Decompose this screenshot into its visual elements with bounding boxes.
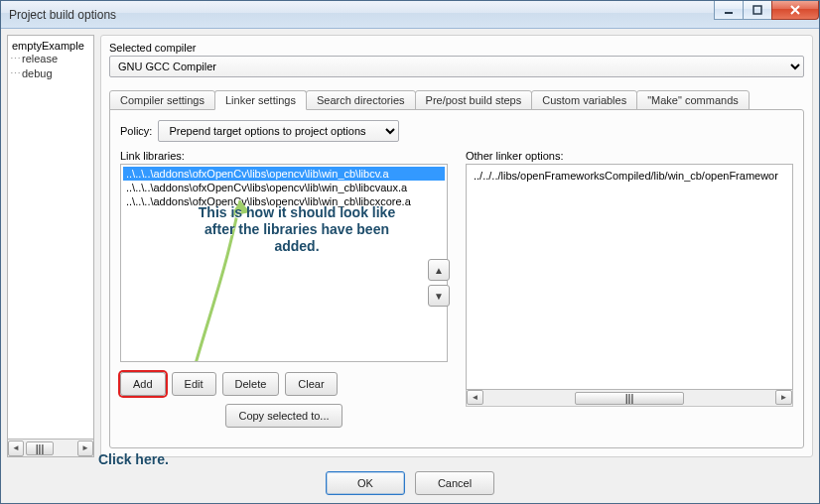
selected-compiler-label: Selected compiler xyxy=(109,42,804,54)
link-libraries-label: Link libraries: xyxy=(120,150,448,162)
scroll-thumb[interactable]: ||| xyxy=(26,441,54,455)
target-sidebar: emptyExample release debug ◄ ||| ► xyxy=(7,35,94,457)
policy-select[interactable]: Prepend target options to project option… xyxy=(158,120,399,142)
main-panel: Selected compiler GNU GCC Compiler Compi… xyxy=(100,35,813,457)
other-linker-text: ../../../libs/openFrameworksCompiled/lib… xyxy=(471,169,788,183)
cancel-button[interactable]: Cancel xyxy=(415,471,494,495)
other-linker-options-textarea[interactable]: ../../../libs/openFrameworksCompiled/lib… xyxy=(466,164,793,390)
tree-item-debug[interactable]: debug xyxy=(10,66,91,81)
copy-selected-to-button[interactable]: Copy selected to... xyxy=(225,404,342,428)
tree-item-release[interactable]: release xyxy=(10,52,91,66)
scroll-right-icon[interactable]: ► xyxy=(77,441,93,456)
delete-button[interactable]: Delete xyxy=(222,372,280,396)
compiler-select[interactable]: GNU GCC Compiler xyxy=(109,56,804,77)
move-up-button[interactable]: ▲ xyxy=(428,259,450,281)
window-controls xyxy=(715,1,819,20)
other-linker-options-label: Other linker options: xyxy=(466,150,793,162)
annotation-main-text: This is how it should look like after th… xyxy=(193,204,401,255)
scroll-thumb[interactable]: ||| xyxy=(575,392,684,405)
target-tree[interactable]: emptyExample release debug xyxy=(7,35,94,440)
linker-two-column: Link libraries: ..\..\..\addons\ofxOpenC… xyxy=(120,150,793,436)
link-libraries-listbox[interactable]: ..\..\..\addons\ofxOpenCv\libs\opencv\li… xyxy=(120,164,448,362)
move-down-button[interactable]: ▼ xyxy=(428,285,450,307)
maximize-button[interactable] xyxy=(743,1,772,20)
other-hscrollbar[interactable]: ◄ ||| ► xyxy=(466,390,793,407)
tab-make-commands[interactable]: "Make" commands xyxy=(636,90,750,110)
clear-button[interactable]: Clear xyxy=(285,372,337,396)
library-buttons-row: Add Edit Delete Clear xyxy=(120,372,448,396)
list-item[interactable]: ..\..\..\addons\ofxOpenCv\libs\opencv\li… xyxy=(123,194,445,208)
svg-rect-1 xyxy=(753,6,761,14)
minimize-button[interactable] xyxy=(714,1,744,20)
add-button[interactable]: Add xyxy=(120,372,166,396)
policy-label: Policy: xyxy=(120,125,152,137)
scroll-right-icon[interactable]: ► xyxy=(775,390,792,405)
annotation-arrow-icon xyxy=(171,192,320,362)
close-button[interactable] xyxy=(771,1,819,20)
scroll-left-icon[interactable]: ◄ xyxy=(8,441,24,456)
tab-search-directories[interactable]: Search directories xyxy=(306,90,416,110)
titlebar[interactable]: Project build options xyxy=(1,1,819,29)
other-linker-options-column: Other linker options: ../../../libs/open… xyxy=(466,150,793,436)
svg-rect-0 xyxy=(725,12,733,14)
link-libraries-column: Link libraries: ..\..\..\addons\ofxOpenC… xyxy=(120,150,448,436)
policy-row: Policy: Prepend target options to projec… xyxy=(120,120,793,142)
reorder-buttons: ▲ ▼ xyxy=(428,259,450,307)
scroll-left-icon[interactable]: ◄ xyxy=(467,390,483,405)
dialog-window: Project build options emptyExample relea… xyxy=(0,0,820,504)
window-title: Project build options xyxy=(1,8,116,22)
tab-linker-settings[interactable]: Linker settings xyxy=(214,90,307,110)
list-item[interactable]: ..\..\..\addons\ofxOpenCv\libs\opencv\li… xyxy=(123,167,445,181)
tabs: Compiler settings Linker settings Search… xyxy=(109,89,804,109)
dialog-content: emptyExample release debug ◄ ||| ► Selec… xyxy=(1,29,819,463)
tab-prepost-build[interactable]: Pre/post build steps xyxy=(415,90,533,110)
tree-root[interactable]: emptyExample xyxy=(10,40,91,52)
tab-custom-variables[interactable]: Custom variables xyxy=(531,90,637,110)
list-item[interactable]: ..\..\..\addons\ofxOpenCv\libs\opencv\li… xyxy=(123,181,445,194)
dialog-buttons: OK Cancel xyxy=(1,463,819,503)
edit-button[interactable]: Edit xyxy=(172,372,216,396)
tab-compiler-settings[interactable]: Compiler settings xyxy=(109,90,215,110)
ok-button[interactable]: OK xyxy=(326,471,405,495)
linker-settings-panel: Policy: Prepend target options to projec… xyxy=(109,109,804,448)
sidebar-hscrollbar[interactable]: ◄ ||| ► xyxy=(7,440,94,457)
